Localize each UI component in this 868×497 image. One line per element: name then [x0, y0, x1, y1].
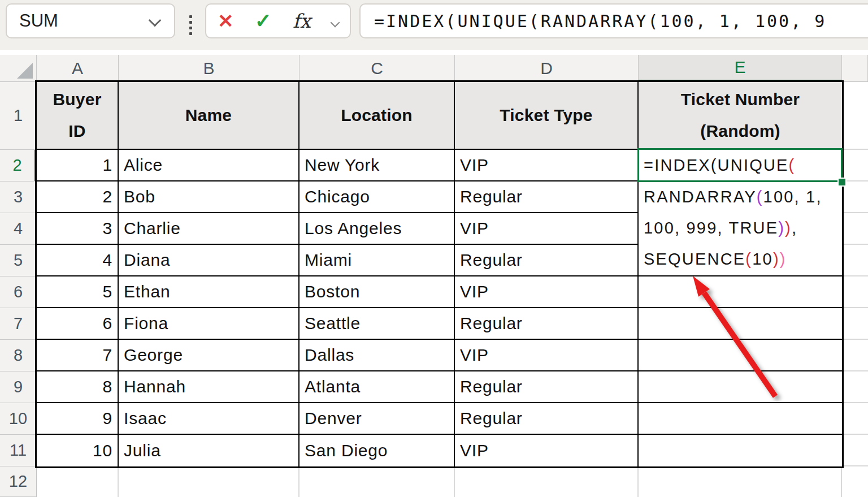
table-cell[interactable]: [639, 435, 842, 466]
formula-segment: ): [773, 250, 780, 269]
table-cell[interactable]: Denver: [300, 403, 455, 435]
table-cell[interactable]: VIP: [455, 150, 639, 181]
name-box-chevron-down-icon[interactable]: [149, 14, 162, 27]
table-cell[interactable]: Charlie: [119, 213, 300, 245]
fx-chevron-down-icon[interactable]: [331, 18, 340, 28]
header-cell[interactable]: Name: [119, 82, 300, 150]
table-cell[interactable]: 5: [37, 276, 119, 308]
table-cell[interactable]: 2: [37, 181, 119, 213]
formula-segment: 100, 1,: [763, 188, 822, 206]
column-header-c[interactable]: C: [300, 55, 455, 82]
fill-handle[interactable]: [837, 178, 847, 187]
table-cell[interactable]: Diana: [119, 245, 300, 276]
row-header-6[interactable]: 6: [0, 276, 37, 308]
row-header-3[interactable]: 3: [0, 181, 37, 213]
row-header-5[interactable]: 5: [0, 245, 37, 276]
row-headers: 123456789101112: [0, 82, 37, 497]
table-cell[interactable]: [639, 276, 842, 308]
table-cell[interactable]: Ethan: [119, 276, 300, 308]
formula-segment: SEQUENCE: [644, 250, 745, 269]
table-cell[interactable]: [639, 403, 842, 435]
table-cell[interactable]: [639, 308, 842, 340]
formula-bar-value: =INDEX(UNIQUE(RANDARRAY(100, 1, 100, 9: [374, 11, 826, 31]
table-cell[interactable]: Hannah: [119, 371, 300, 403]
header-cell[interactable]: Buyer ID: [37, 82, 119, 150]
row-header-1[interactable]: 1: [0, 82, 37, 150]
column-header-b[interactable]: B: [119, 55, 300, 82]
gridline: [454, 468, 455, 497]
row-header-12[interactable]: 12: [0, 466, 37, 497]
table-cell[interactable]: Atlanta: [300, 371, 455, 403]
table-cell[interactable]: Miami: [300, 245, 455, 276]
table-cell[interactable]: 7: [37, 340, 119, 371]
row-header-9[interactable]: 9: [0, 371, 37, 403]
table-cell[interactable]: 1: [37, 150, 119, 181]
row-header-2[interactable]: 2: [0, 150, 37, 181]
table-cell[interactable]: Regular: [455, 245, 639, 276]
table-cell[interactable]: VIP: [455, 435, 639, 466]
table-cell[interactable]: [639, 340, 842, 371]
table-cell[interactable]: Dallas: [300, 340, 455, 371]
column-header-a[interactable]: A: [37, 55, 119, 82]
row-header-4[interactable]: 4: [0, 213, 37, 245]
select-all-corner[interactable]: [0, 55, 37, 82]
toolbar-grip-handle[interactable]: [189, 15, 192, 35]
formula-segment: RANDARRAY: [644, 188, 757, 206]
name-box-value: SUM: [19, 11, 58, 31]
column-header-e[interactable]: E: [639, 55, 842, 82]
table-cell[interactable]: 9: [37, 403, 119, 435]
header-cell[interactable]: Ticket Number (Random): [639, 82, 842, 150]
row-header-10[interactable]: 10: [0, 403, 37, 435]
table-cell[interactable]: VIP: [455, 213, 639, 245]
table-cell[interactable]: [639, 371, 842, 403]
table-cell[interactable]: Chicago: [300, 181, 455, 213]
row-header-8[interactable]: 8: [0, 340, 37, 371]
table-cell[interactable]: Regular: [455, 403, 639, 435]
table-cell[interactable]: 4: [37, 245, 119, 276]
column-header-d[interactable]: D: [455, 55, 639, 82]
table-cell[interactable]: Fiona: [119, 308, 300, 340]
header-label: Ticket Type: [500, 100, 593, 131]
column-f-gridlines: [844, 82, 868, 466]
gridline: [844, 275, 868, 276]
table-cell[interactable]: George: [119, 340, 300, 371]
table-cell[interactable]: Julia: [119, 435, 300, 466]
table-cell[interactable]: Isaac: [119, 403, 300, 435]
formula-buttons-group: ✕ ✓ fx: [205, 3, 351, 38]
row-header-11[interactable]: 11: [0, 435, 37, 466]
table-cell[interactable]: VIP: [455, 276, 639, 308]
table-cell[interactable]: San Diego: [300, 435, 455, 466]
table-cell[interactable]: New York: [300, 150, 455, 181]
table-cell[interactable]: 6: [37, 308, 119, 340]
header-label: Location: [341, 100, 413, 131]
insert-function-button[interactable]: fx: [293, 10, 311, 32]
table-cell[interactable]: 3: [37, 213, 119, 245]
active-cell-formula-overlay[interactable]: =INDEX(UNIQUE(RANDARRAY(100, 1,100, 999,…: [639, 150, 842, 276]
table-cell[interactable]: 10: [37, 435, 119, 466]
table-cell[interactable]: Boston: [300, 276, 455, 308]
gridline: [841, 468, 842, 497]
gridline: [844, 149, 868, 150]
table-cell[interactable]: VIP: [455, 340, 639, 371]
table-cell[interactable]: Regular: [455, 371, 639, 403]
spreadsheet-app: SUM ✕ ✓ fx =INDEX(UNIQUE(RANDARRAY(100, …: [0, 0, 868, 497]
table-cell[interactable]: Seattle: [300, 308, 455, 340]
header-cell[interactable]: Location: [300, 82, 455, 150]
gridline: [118, 468, 119, 497]
table-cell[interactable]: 8: [37, 371, 119, 403]
table-cell[interactable]: Bob: [119, 181, 300, 213]
header-label: Ticket Number (Random): [656, 84, 825, 147]
table-cell[interactable]: Regular: [455, 308, 639, 340]
enter-button[interactable]: ✓: [255, 11, 272, 31]
table-cell[interactable]: Los Angeles: [300, 213, 455, 245]
formula-line: 100, 999, TRUE)),: [644, 213, 842, 244]
table-cell[interactable]: Alice: [119, 150, 300, 181]
formula-bar[interactable]: =INDEX(UNIQUE(RANDARRAY(100, 1, 100, 9: [359, 3, 868, 38]
gridline: [298, 468, 300, 497]
table-cell[interactable]: Regular: [455, 181, 639, 213]
column-header-f-sliver[interactable]: [842, 55, 868, 82]
header-cell[interactable]: Ticket Type: [455, 82, 639, 150]
name-box[interactable]: SUM: [6, 3, 175, 38]
cancel-button[interactable]: ✕: [218, 11, 234, 31]
row-header-7[interactable]: 7: [0, 308, 37, 340]
